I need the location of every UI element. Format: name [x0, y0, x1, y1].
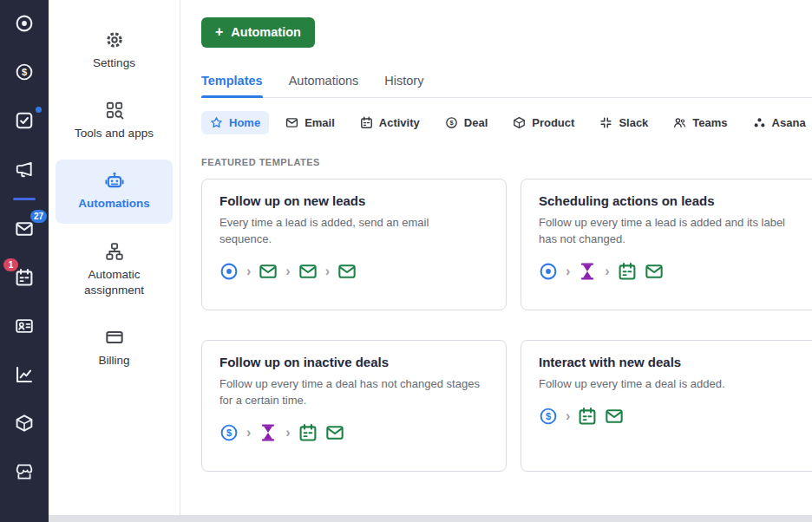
filter-chip-deal[interactable]: $Deal: [436, 111, 496, 134]
tab-bar: TemplatesAutomationsHistory: [201, 74, 812, 98]
filter-chip-product[interactable]: Product: [504, 111, 583, 134]
flow-step: [539, 262, 558, 281]
sidebar-item-label: Automatic assignment: [61, 267, 167, 298]
section-title: FEATURED TEMPLATES: [201, 157, 812, 167]
template-card-4[interactable]: Interact with new dealsFollow up every t…: [521, 340, 812, 472]
card-title: Scheduling actions on leads: [539, 193, 808, 208]
rail-item-activities[interactable]: [13, 109, 36, 132]
teams-icon: [673, 116, 686, 129]
chevron-right-icon: ›: [285, 426, 290, 440]
delay-icon: [578, 262, 597, 281]
rail-item-insights[interactable]: [13, 363, 36, 386]
rail-item-products[interactable]: [13, 412, 36, 434]
flow-step: [578, 262, 597, 281]
sidebar-item-automations[interactable]: Automations: [56, 160, 173, 223]
tab-history[interactable]: History: [384, 74, 423, 97]
tab-automations[interactable]: Automations: [289, 74, 359, 97]
package-icon: [513, 116, 526, 129]
main-content: + Automation TemplatesAutomationsHistory…: [180, 0, 812, 522]
filter-chip-label: Slack: [619, 116, 648, 129]
megaphone-icon: [15, 160, 34, 179]
rail-item-deals[interactable]: $: [13, 61, 36, 83]
rail-item-mail[interactable]: 27: [13, 218, 36, 240]
deal-icon: $: [219, 423, 239, 442]
star-icon: [210, 116, 223, 129]
template-card-2[interactable]: Scheduling actions on leadsFollow up eve…: [521, 179, 812, 310]
add-automation-button[interactable]: + Automation: [201, 17, 315, 48]
rail-item-marketplace[interactable]: [13, 460, 36, 483]
asana-icon: [753, 116, 766, 129]
filter-chip-home[interactable]: Home: [201, 111, 269, 134]
filter-chip-label: Activity: [379, 116, 420, 129]
activity-icon: [578, 407, 597, 426]
settings-sidebar: SettingsTools and appsAutomationsAutomat…: [49, 0, 180, 522]
activity-icon: [618, 262, 637, 281]
gear-icon: [105, 30, 124, 49]
card-flow: ›››: [219, 262, 488, 281]
filter-chip-label: Home: [229, 116, 260, 129]
filter-chip-asana[interactable]: Asana: [744, 111, 812, 134]
slack-icon: [599, 116, 612, 129]
flow-step: [298, 423, 344, 442]
card-title: Interact with new deals: [539, 355, 808, 369]
flow-step: $: [539, 407, 558, 426]
credit-card-icon: [105, 328, 124, 347]
flow-step: [219, 262, 239, 281]
plus-icon: +: [215, 25, 223, 39]
filter-chip-label: Teams: [692, 116, 727, 129]
templates-grid: Follow up on new leadsEvery time a lead …: [201, 179, 812, 472]
email-icon: [15, 219, 34, 238]
robot-icon: [105, 171, 124, 190]
card-title: Follow up on new leads: [219, 193, 488, 208]
lead-icon: [219, 262, 239, 281]
activity-icon: [360, 116, 373, 129]
template-card-3[interactable]: Follow up on inactive dealsFollow up eve…: [201, 340, 507, 472]
template-card-1[interactable]: Follow up on new leadsEvery time a lead …: [201, 179, 507, 310]
card-flow: $››: [219, 423, 488, 442]
chevron-right-icon: ›: [285, 264, 290, 278]
package-icon: [15, 414, 34, 433]
sidebar-item-automatic-assignment[interactable]: Automatic assignment: [56, 231, 173, 310]
tab-templates[interactable]: Templates: [201, 74, 263, 97]
card-description: Follow up every time a deal has not chan…: [219, 376, 481, 409]
svg-text:$: $: [22, 67, 27, 77]
flow-step: [259, 423, 278, 442]
marketplace-icon: [15, 462, 34, 481]
flow-step: [578, 407, 624, 426]
filter-chips: HomeEmailActivity$DealProductSlackTeamsA…: [201, 111, 812, 134]
card-description: Every time a lead is added, send an emai…: [219, 215, 481, 248]
email-icon: [605, 407, 624, 426]
activity-icon: [298, 423, 318, 442]
delay-icon: [259, 423, 278, 442]
card-flow: $›: [539, 407, 808, 426]
card-description: Follow up every time a deal is added.: [539, 376, 801, 393]
lead-icon: [539, 262, 558, 281]
chevron-right-icon: ›: [246, 264, 251, 278]
sidebar-item-tools-and-apps[interactable]: Tools and apps: [56, 89, 173, 153]
rail-divider: [13, 198, 36, 200]
flow-step: $: [219, 423, 239, 442]
left-rail: $271: [0, 0, 49, 522]
filter-chip-activity[interactable]: Activity: [351, 111, 429, 134]
rail-item-campaigns[interactable]: [13, 158, 36, 180]
horizontal-scrollbar[interactable]: [49, 515, 812, 522]
app-window: $271 SettingsTools and appsAutomationsAu…: [0, 0, 812, 522]
sidebar-item-label: Billing: [98, 353, 129, 369]
filter-chip-email[interactable]: Email: [277, 111, 344, 134]
filter-chip-label: Deal: [464, 116, 488, 129]
insights-icon: [15, 365, 34, 384]
rail-item-contacts[interactable]: [13, 315, 36, 337]
email-icon: [337, 262, 357, 281]
rail-item-leads[interactable]: [13, 12, 36, 35]
lead-icon: [15, 14, 34, 33]
filter-chip-slack[interactable]: Slack: [591, 111, 657, 134]
chevron-right-icon: ›: [325, 264, 330, 278]
contact-card-icon: [15, 316, 34, 336]
rail-item-calendar[interactable]: 1: [13, 266, 36, 289]
sidebar-item-billing[interactable]: Billing: [56, 316, 173, 380]
notification-dot: [36, 107, 42, 113]
sidebar-item-settings[interactable]: Settings: [56, 19, 173, 82]
badge-mail: 27: [30, 210, 47, 223]
sidebar-item-label: Settings: [93, 55, 135, 71]
filter-chip-teams[interactable]: Teams: [665, 111, 736, 134]
